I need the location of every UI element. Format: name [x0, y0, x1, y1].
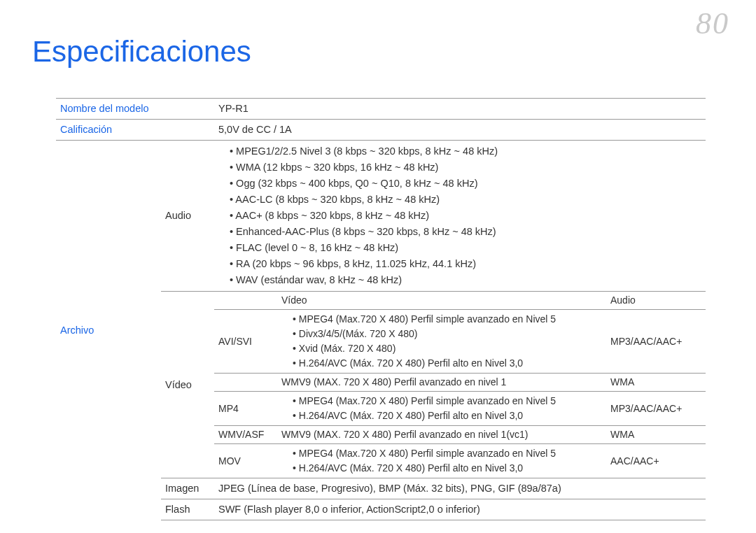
audio-item: WAV (estándar wav, 8 kHz ~ 48 kHz) [230, 272, 701, 288]
container-name: MP4 [214, 392, 277, 426]
row-label-model: Nombre del modelo [56, 99, 161, 120]
audio-codec: MP3/AAC/AAC+ [606, 310, 706, 374]
audio-item: MPEG1/2/2.5 Nivel 3 (8 kbps ~ 320 kbps, … [230, 143, 701, 159]
container-name: WMV/ASF [214, 426, 277, 444]
audio-item: AAC+ (8 kbps ~ 320 kbps, 8 kHz ~ 48 kHz) [230, 208, 701, 224]
video-item: H.264/AVC (Máx. 720 X 480) Perfil alto e… [293, 408, 602, 423]
col-container-empty [214, 292, 277, 310]
audio-item: Enhanced-AAC-Plus (8 kbps ~ 320 kbps, 8 … [230, 224, 701, 240]
audio-codec: MP3/AAC/AAC+ [606, 392, 706, 426]
video-item: MPEG4 (Max.720 X 480) Perfil simple avan… [293, 394, 602, 408]
audio-item: RA (20 kbps ~ 96 kbps, 8 kHz, 11.025 kHz… [230, 256, 701, 272]
audio-codec: WMA [606, 374, 706, 392]
sub-label-flash: Flash [161, 499, 214, 520]
video-codec-list: MPEG4 (Max.720 X 480) Perfil simple avan… [281, 446, 602, 476]
video-item: WMV9 (MAX. 720 X 480) Perfil avanzado en… [277, 426, 606, 444]
row-value-image: JPEG (Línea de base, Progresivo), BMP (M… [214, 478, 706, 499]
audio-item: WMA (12 kbps ~ 320 kbps, 16 kHz ~ 48 kHz… [230, 159, 701, 176]
col-video: Vídeo [277, 292, 606, 310]
video-codec-list: MPEG4 (Max.720 X 480) Perfil simple avan… [281, 312, 602, 371]
video-item: H.264/AVC (Máx. 720 X 480) Perfil alto e… [293, 461, 602, 476]
sub-label-video: Vídeo [161, 292, 214, 478]
audio-codec-list: MPEG1/2/2.5 Nivel 3 (8 kbps ~ 320 kbps, … [218, 143, 701, 288]
sub-label-image: Imagen [161, 478, 214, 499]
video-item: MPEG4 (Max.720 X 480) Perfil simple avan… [293, 312, 602, 327]
audio-item: FLAC (level 0 ~ 8, 16 kHz ~ 48 kHz) [230, 240, 701, 256]
row-value-model: YP-R1 [214, 99, 706, 120]
row-value-flash: SWF (Flash player 8,0 o inferior, Action… [214, 499, 706, 520]
video-codec-list: MPEG4 (Max.720 X 480) Perfil simple avan… [281, 394, 602, 423]
container-name: AVI/SVI [214, 310, 277, 374]
page-number: 80 [696, 6, 729, 41]
audio-codec: WMA [606, 426, 706, 444]
video-item: MPEG4 (Max.720 X 480) Perfil simple avan… [293, 446, 602, 461]
page-title: Especificaciones [32, 35, 251, 69]
container-name: MOV [214, 444, 277, 478]
video-item: H.264/AVC (Máx. 720 X 480) Perfil alto e… [293, 356, 602, 371]
row-label-rating: Calificación [56, 120, 161, 141]
row-label-file: Archivo [56, 141, 161, 521]
sub-label-audio: Audio [161, 141, 214, 292]
audio-item: Ogg (32 kbps ~ 400 kbps, Q0 ~ Q10, 8 kHz… [230, 176, 701, 192]
col-audio: Audio [606, 292, 706, 310]
spec-table: Nombre del modelo YP-R1 Calificación 5,0… [56, 98, 706, 520]
audio-item: AAC-LC (8 kbps ~ 320 kbps, 8 kHz ~ 48 kH… [230, 192, 701, 208]
video-item: Xvid (Máx. 720 X 480) [293, 341, 602, 356]
video-codec-table: Vídeo Audio AVI/SVI MPEG4 (Max.720 X 480… [214, 292, 706, 478]
audio-codec: AAC/AAC+ [606, 444, 706, 478]
video-item: WMV9 (MAX. 720 X 480) Perfil avanzado en… [277, 374, 606, 392]
container-name [214, 374, 277, 392]
video-item: Divx3/4/5/(Máx. 720 X 480) [293, 327, 602, 341]
row-value-rating: 5,0V de CC / 1A [214, 120, 706, 141]
